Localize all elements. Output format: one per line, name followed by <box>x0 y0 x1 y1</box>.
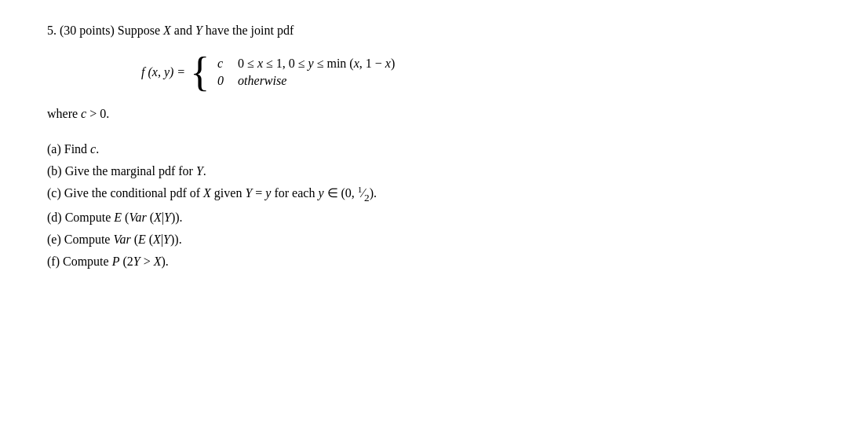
part-e: (e) Compute Var (E (X|Y)). <box>47 229 821 251</box>
case-1-value: c <box>217 57 224 71</box>
header-text: Suppose X and Y have the joint pdf <box>118 24 294 37</box>
formula-lhs: f (x, y) = <box>141 65 185 79</box>
part-b: (b) Give the marginal pdf for Y. <box>47 160 821 182</box>
part-f: (f) Compute P (2Y > X). <box>47 251 821 273</box>
case-2-value: 0 <box>217 74 224 88</box>
case-1-condition: 0 ≤ x ≤ 1, 0 ≤ y ≤ min (x, 1 − x) <box>238 57 395 71</box>
big-brace: { <box>190 52 210 93</box>
formula-block: f (x, y) = { c 0 ≤ x ≤ 1, 0 ≤ y ≤ min (x… <box>141 52 821 93</box>
part-d: (d) Compute E (Var (X|Y)). <box>47 207 821 229</box>
parts-list: (a) Find c. (b) Give the marginal pdf fo… <box>47 138 821 273</box>
cases-table: c 0 ≤ x ≤ 1, 0 ≤ y ≤ min (x, 1 − x) 0 ot… <box>217 57 395 88</box>
problem-points: (30 points) <box>60 24 115 37</box>
problem-content: 5. (30 points) Suppose X and Y have the … <box>47 24 821 273</box>
part-a: (a) Find c. <box>47 138 821 160</box>
part-c: (c) Give the conditional pdf of X given … <box>47 182 821 207</box>
case-2-condition: otherwise <box>238 74 395 88</box>
where-line: where c > 0. <box>47 107 821 121</box>
brace-container: { c 0 ≤ x ≤ 1, 0 ≤ y ≤ min (x, 1 − x) 0 … <box>190 52 395 93</box>
problem-header: 5. (30 points) Suppose X and Y have the … <box>47 24 821 38</box>
problem-number: 5. <box>47 24 57 37</box>
